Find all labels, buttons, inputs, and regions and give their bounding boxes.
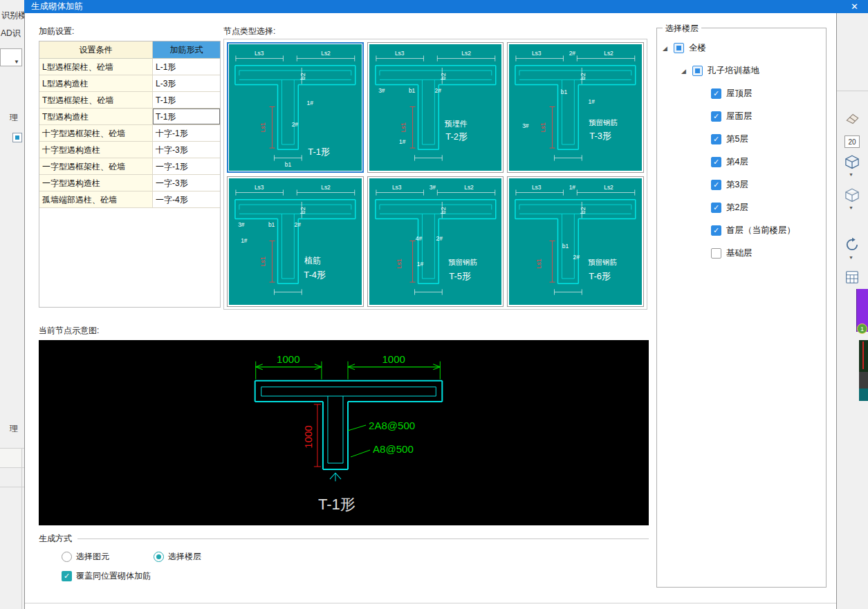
floor-checkbox[interactable] [692,66,703,76]
condition-cell[interactable]: 一字型遇框架柱、砼墙 [39,158,153,175]
floor-tree-item[interactable]: ◢全楼 [657,37,826,59]
generation-radio-row: 选择图元 选择楼层 [62,551,201,563]
background-text-fragment: AD识 [1,28,21,39]
radio-select-element[interactable] [62,552,72,562]
tile-annotation: b1 [409,87,416,94]
background-tab-label: 理 [10,423,18,435]
floor-tree-item[interactable]: ✓第2层 [657,196,826,219]
floor-checkbox[interactable]: ✓ [711,134,721,144]
floor-tree-item[interactable]: ◢孔子培训基地 [657,59,826,82]
chevron-down-icon[interactable]: ▼ [849,255,853,260]
form-cell[interactable]: L-3形 [153,75,220,92]
floor-tree-item[interactable]: ✓第3层 [657,174,826,196]
tile-annotation: 2# [295,221,302,228]
view-box-icon[interactable] [843,187,861,205]
floor-checkbox[interactable]: ✓ [711,225,721,236]
floor-label[interactable]: 基础层 [726,247,752,259]
tile-annotation: Ls3 [392,184,402,191]
close-button[interactable]: ✕ [851,0,858,13]
floor-label[interactable]: 全楼 [689,42,706,54]
floor-label[interactable]: 第2层 [726,202,748,214]
node-type-tile[interactable]: Ls32#Ls2b2b11#Ls13#预留钢筋T-3形 [507,42,644,173]
settings-table: 设置条件 加筋形式 L型遇框架柱、砼墙L-1形L型遇构造柱L-3形T型遇框架柱、… [39,41,221,308]
override-checkbox[interactable]: ✓ [62,571,72,581]
floor-tree-item[interactable]: ✓首层（当前楼层） [657,219,826,242]
divider [0,448,24,449]
floor-checkbox[interactable] [674,43,684,53]
floor-checkbox[interactable] [711,248,721,259]
dialog-titlebar[interactable]: 生成砌体加筋 ✕ [24,0,868,13]
floor-label[interactable]: 孔子培训基地 [708,65,759,77]
floor-checkbox[interactable]: ✓ [711,88,721,99]
condition-cell[interactable]: T型遇构造柱 [39,109,153,125]
floor-label[interactable]: 第5层 [726,133,748,145]
condition-cell[interactable]: 十字型遇框架柱、砼墙 [39,125,153,142]
chevron-down-icon[interactable]: ▼ [849,172,853,177]
node-type-tile[interactable]: Ls31#Ls2b2b12#Ls1预留钢筋T-6形 [507,176,644,307]
eraser-icon[interactable] [844,111,860,127]
node-type-tile[interactable]: Ls3Ls2b21#2#Ls1b1T-1形 [227,42,364,173]
expand-arrow-icon[interactable]: ◢ [663,45,674,52]
floor-label[interactable]: 屋顶层 [726,88,752,100]
floor-checkbox[interactable]: ✓ [711,157,721,167]
form-cell[interactable]: 一字-1形 [153,158,220,175]
radio-select-element-label[interactable]: 选择图元 [76,551,109,563]
floor-label[interactable]: 首层（当前楼层） [726,225,795,236]
condition-cell[interactable]: L型遇框架柱、砼墙 [39,59,153,75]
tile-annotation: 2# [573,254,580,261]
tile-annotation: 预留钢筋 [589,258,618,266]
chevron-down-icon[interactable]: ▼ [849,205,853,210]
floor-label[interactable]: 第3层 [726,179,748,191]
schematic-name: T-1形 [318,496,355,513]
table-row: 孤墙端部遇柱、砼墙一字-4形 [39,191,220,208]
background-combobox[interactable]: ▼ [0,48,22,66]
floor-checkbox[interactable]: ✓ [711,203,721,213]
floor-tree-item[interactable]: ✓第5层 [657,128,826,151]
column-header-condition[interactable]: 设置条件 [39,41,153,59]
node-type-tile[interactable]: Ls3Ls2b23#b12#Ls11#预埋件T-2形 [367,42,504,173]
override-checkbox-label[interactable]: 覆盖同位置砌体加筋 [76,570,151,582]
tile-annotation: 预埋件 [444,120,467,128]
form-cell[interactable]: T-1形 [153,109,220,125]
floor-label[interactable]: 屋面层 [726,111,752,122]
radio-select-floor-label[interactable]: 选择楼层 [168,551,201,563]
rebar-spec-top: 2A8@500 [369,420,415,431]
floor-tree-item[interactable]: ✓屋面层 [657,105,826,128]
form-cell[interactable]: 一字-4形 [153,191,220,208]
condition-cell[interactable]: 孤墙端部遇柱、砼墙 [39,191,153,208]
form-cell[interactable]: T-1形 [153,92,220,109]
form-cell[interactable]: 十字-3形 [153,142,220,158]
form-cell[interactable]: 十字-1形 [153,125,220,142]
floor-tree-item[interactable]: 基础层 [657,242,826,265]
radio-select-floor[interactable] [154,552,164,562]
condition-cell[interactable]: T型遇框架柱、砼墙 [39,92,153,109]
condition-cell[interactable]: 十字型遇构造柱 [39,142,153,158]
background-grid-header [0,449,21,467]
tile-annotation: 预留钢筋 [589,118,618,127]
floor-checkbox[interactable]: ✓ [711,111,721,122]
condition-cell[interactable]: L型遇构造柱 [39,75,153,92]
tile-annotation: 1# [241,236,248,243]
form-cell[interactable]: 一字-3形 [153,175,220,191]
floor-tree-item[interactable]: ✓第4层 [657,151,826,174]
tile-annotation: T-6形 [589,271,611,281]
scale-value-button[interactable]: 20 [844,135,860,148]
dim-stem: 1000 [302,425,314,448]
floor-label[interactable]: 第4层 [726,156,748,168]
condition-cell[interactable]: 一字型遇构造柱 [39,175,153,191]
rotate-view-icon[interactable] [844,236,860,253]
tile-annotation: Ls3 [255,50,264,57]
floor-tree-item[interactable]: ✓屋顶层 [657,82,826,105]
small-tool-icon[interactable] [12,133,22,142]
divider [21,448,22,609]
node-type-tile[interactable]: Ls33#Ls2b24#2#1#Ls1预留钢筋T-5形 [367,176,504,307]
column-header-form[interactable]: 加筋形式 [153,41,220,59]
divider [77,538,649,539]
form-cell[interactable]: L-1形 [153,59,220,75]
floor-checkbox[interactable]: ✓ [711,180,721,190]
expand-arrow-icon[interactable]: ◢ [681,68,692,75]
view-cube-icon[interactable] [843,153,861,171]
tile-annotation: b1 [285,161,292,168]
node-type-tile[interactable]: Ls3Ls2b23#b12#1#Ls1植筋T-4形 [227,176,364,307]
calculator-icon[interactable] [844,270,860,285]
